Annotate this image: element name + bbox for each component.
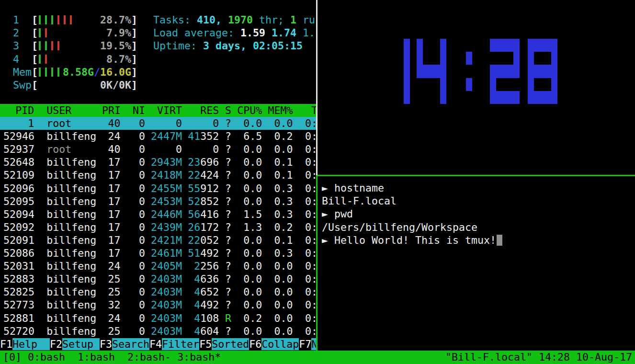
fkey-label: Setup [62,338,100,350]
process-nice: 0 [120,156,145,169]
process-table-header[interactable]: PIDUSERPRINIVIRTRESSCPU%MEM%T [0,104,316,117]
process-cpu-percent: 0.0 [231,325,262,338]
process-time: 0: [293,182,316,195]
process-row[interactable]: 52086billfeng1702461M51492?0.00.30: [0,247,316,260]
meter-bars [39,68,64,77]
process-res: 4636 [182,273,219,285]
process-mem-percent: 0.1 [262,156,293,169]
process-row[interactable]: 52091billfeng1702421M22052?0.00.10: [0,234,316,247]
process-res-high: 23 [188,156,200,169]
meter-track: 8.58G/16.0G [38,66,131,79]
meter-bar-red [64,15,66,24]
tmux-window-1[interactable]: 1:bash [78,351,115,364]
fkey-f3-search[interactable]: F3Search [100,338,149,351]
process-cpu-percent: 0.2 [231,312,262,325]
process-res: 0 [182,117,219,130]
process-row[interactable]: 52092billfeng1702439M26172?1.30.20: [0,221,316,234]
process-state: ? [219,182,231,195]
fkey-f1-help[interactable]: F1Help [0,338,50,351]
fkey-label: Help [12,338,50,350]
meter-track: 7.9% [38,26,131,39]
process-pid: 52095 [3,195,34,208]
process-res-high: 55 [188,182,200,195]
process-state: ? [219,117,231,130]
process-row[interactable]: 52648billfeng1702943M23696?0.00.10: [0,156,316,169]
fkey-number: F6 [249,338,261,350]
process-row[interactable]: 1root40000?0.00.00: [0,117,316,130]
fkey-label: Search [112,338,149,350]
prompt-symbol: ► [322,208,334,220]
meter-open-bracket: [ [32,26,38,39]
process-row[interactable]: 52773billfeng3202403M4492?0.00.00: [0,298,316,311]
tmux-window-0[interactable]: 0:bash [28,351,65,364]
process-time: 0: [293,298,316,311]
tmux-window-3[interactable]: 3:bash* [177,351,221,364]
meter-close-bracket: ] [131,39,137,52]
terminal-text: Bill-F.local [322,195,397,207]
fkey-f4-filter[interactable]: F4Filter [149,338,199,351]
process-row[interactable]: 52946billfeng2402447M41352?6.50.20: [0,130,316,143]
cpu-usage-value: 19.5% [100,39,131,52]
meter-bars [39,55,51,64]
process-mem-percent: 0.3 [262,182,293,195]
terminal-pane[interactable]: ► hostnameBill-F.local► pwd/Users/billfe… [318,176,635,351]
process-virt: 2403M [145,285,182,298]
terminal-line: ► hostname [322,182,635,194]
meter-close-bracket: ] [131,66,137,79]
process-row[interactable]: 52109billfeng1702418M22424?0.00.10: [0,169,316,182]
fkey-f6-collap[interactable]: F6Collap [249,338,299,351]
process-mem-percent: 0.3 [262,195,293,208]
process-nice: 0 [120,143,145,156]
process-user: billfeng [40,260,102,273]
process-row[interactable]: 52881billfeng2402403M4108R0.20.00: [0,312,316,325]
fkey-f2-setup[interactable]: F2Setup [50,338,100,351]
process-res-high: 4 [194,325,200,338]
meter-bar-green [57,68,59,77]
process-res: 2256 [182,260,219,273]
process-user: billfeng [40,312,102,325]
meter-close-bracket: ] [131,79,137,91]
terminal-line: ► Hello World! This is tmux! [322,234,635,247]
process-priority: 17 [102,234,121,247]
meter-label: Mem [13,66,32,79]
meter-bar-green [51,68,53,77]
process-user: billfeng [40,169,102,182]
process-res: 4604 [182,325,219,338]
process-priority: 17 [102,195,121,208]
meter-bar-green [45,68,47,77]
process-mem-percent: 0.2 [262,221,293,234]
fkey-f5-sorted[interactable]: F5Sorted [199,338,249,351]
process-res-high: 26 [188,221,200,234]
meter-bars [39,28,51,37]
process-time: 0: [293,273,316,285]
process-cpu-percent: 0.0 [231,182,262,195]
process-user: billfeng [40,182,102,195]
meter-open-bracket: [ [32,79,38,91]
process-row[interactable]: 52095billfeng1702453M52852?0.00.30: [0,195,316,208]
process-res: 26172 [182,221,219,234]
process-row[interactable]: 52825billfeng2502403M4652?0.00.00: [0,285,316,298]
process-virt: 2455M [145,182,182,195]
process-row[interactable]: 52720billfeng2502403M4604?0.00.00: [0,325,316,338]
process-res: 4492 [182,298,219,311]
meter-track: 0K/0K [38,79,131,91]
htop-pane: 1[28.7%]2[7.9%]3[19.5%]4[8.7%]Mem[8.58G/… [0,0,316,351]
tmux-window-2[interactable]: 2:bash- [127,351,171,364]
memory-total: 16.0G [100,66,131,78]
process-row[interactable]: 52094billfeng1702446M56416?1.50.30: [0,208,316,221]
process-priority: 40 [102,117,121,130]
process-cpu-percent: 0.0 [231,285,262,298]
process-user: billfeng [40,156,102,169]
fkey-f7-n[interactable]: F7N [299,338,316,351]
process-row[interactable]: 52883billfeng2502403M4636?0.00.00: [0,273,316,285]
process-priority: 24 [102,260,121,273]
meter-label: 3 [13,39,32,52]
meter-bar-red [45,28,47,37]
process-nice: 0 [120,260,145,273]
process-row[interactable]: 52031billfeng2402405M2256?0.00.00: [0,260,316,273]
terminal-line: ► pwd [322,207,635,220]
process-mem-percent: 0.3 [262,247,293,260]
process-row[interactable]: 52937root40000?0.00.00: [0,143,316,156]
process-row[interactable]: 52096billfeng1702455M55912?0.00.30: [0,182,316,195]
process-res: 56416 [182,208,219,221]
